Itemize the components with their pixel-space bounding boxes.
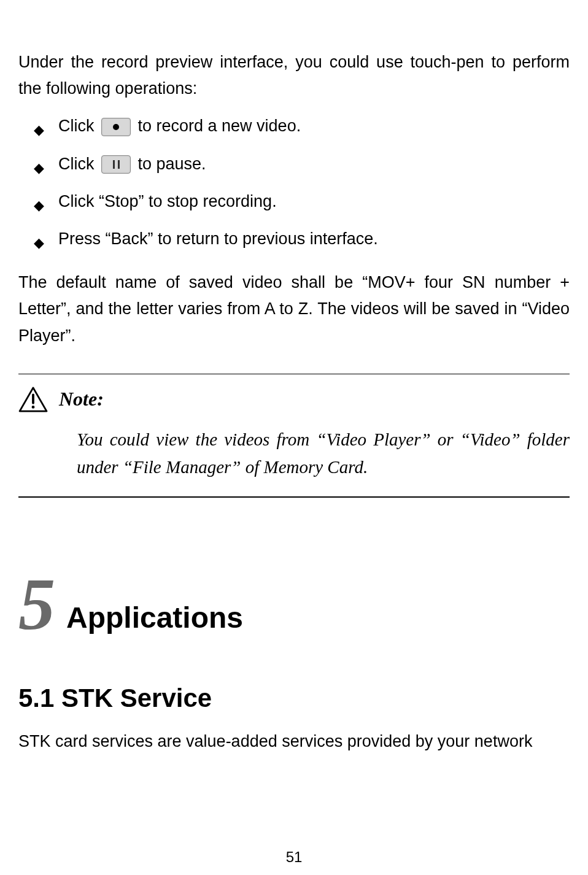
note-section: Note: You could view the videos from “Vi… bbox=[18, 374, 570, 498]
list-text-suffix: to record a new video. bbox=[133, 117, 301, 135]
bullet-diamond-icon: ◆ bbox=[34, 232, 44, 253]
page-number: 51 bbox=[286, 849, 303, 866]
chapter-number: 5 bbox=[18, 571, 55, 638]
note-header: Note: bbox=[18, 387, 570, 412]
bullet-diamond-icon: ◆ bbox=[34, 157, 44, 179]
svg-point-2 bbox=[32, 406, 35, 409]
list-item: ◆ Click “Stop” to stop recording. bbox=[58, 188, 570, 215]
list-text-suffix: to pause. bbox=[133, 155, 206, 173]
chapter-header: 5 Applications bbox=[18, 571, 570, 638]
warning-icon bbox=[18, 387, 48, 412]
list-text-prefix: Click bbox=[58, 155, 99, 173]
section-heading: 5.1 STK Service bbox=[18, 684, 570, 713]
section-body: STK card services are value-added servic… bbox=[18, 728, 570, 755]
pause-icon bbox=[101, 155, 131, 174]
list-item: ◆ Click to pause. bbox=[58, 151, 570, 177]
record-icon bbox=[101, 118, 131, 136]
operations-list: ◆ Click to record a new video. ◆ Click t… bbox=[18, 113, 570, 252]
chapter-title: Applications bbox=[66, 601, 243, 638]
bullet-diamond-icon: ◆ bbox=[34, 119, 44, 141]
body-paragraph: The default name of saved video shall be… bbox=[18, 269, 570, 349]
note-label: Note: bbox=[59, 388, 104, 411]
note-body: You could view the videos from “Video Pl… bbox=[18, 426, 570, 481]
list-text-prefix: Click bbox=[58, 117, 99, 135]
intro-paragraph: Under the record preview interface, you … bbox=[18, 49, 570, 102]
bullet-diamond-icon: ◆ bbox=[34, 195, 44, 216]
list-item: ◆ Click to record a new video. bbox=[58, 113, 570, 139]
list-item: ◆ Press “Back” to return to previous int… bbox=[58, 226, 570, 252]
list-text: Click “Stop” to stop recording. bbox=[58, 192, 277, 210]
list-text: Press “Back” to return to previous inter… bbox=[58, 229, 378, 248]
